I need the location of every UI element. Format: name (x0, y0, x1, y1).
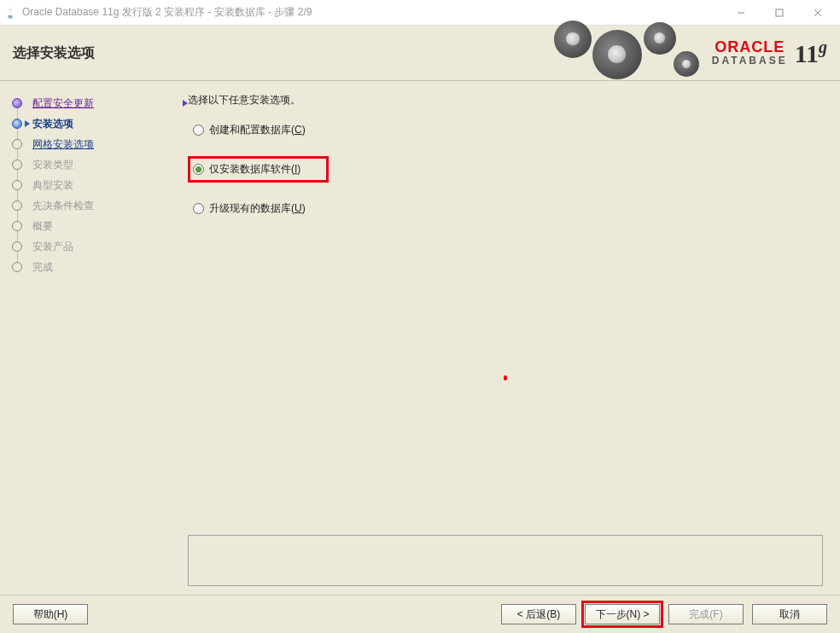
content-panel: 选择以下任意安装选项。 创建和配置数据库(C) 仅安装数据库软件(I) 升级现有… (179, 81, 840, 595)
step-finish: 完成 (12, 257, 179, 277)
main-area: 配置安全更新 安装选项 网格安装选项 安装类型 典型安装 先决条件检查 (0, 81, 840, 595)
oracle-logo: ORACLE DATABASE 11g (712, 38, 827, 68)
option-create-db[interactable]: 创建和配置数据库(C) (188, 121, 823, 139)
step-bullet-icon (12, 98, 22, 108)
step-bullet-icon (12, 139, 22, 149)
radio-label: 仅安装数据库软件(I) (209, 162, 300, 177)
minimize-button[interactable] (721, 0, 760, 26)
titlebar: Oracle Database 11g 发行版 2 安装程序 - 安装数据库 -… (0, 0, 840, 26)
cancel-button[interactable]: 取消 (752, 604, 827, 624)
step-bullet-icon (12, 160, 22, 170)
radio-icon (193, 203, 204, 214)
step-bullet-icon (12, 241, 22, 252)
step-install-product: 安装产品 (12, 236, 179, 257)
help-button[interactable]: 帮助(H) (13, 604, 88, 624)
step-summary: 概要 (12, 216, 179, 236)
back-button[interactable]: < 后退(B) (501, 604, 576, 624)
maximize-button[interactable] (760, 0, 798, 26)
sidebar: 配置安全更新 安装选项 网格安装选项 安装类型 典型安装 先决条件检查 (0, 81, 179, 595)
step-bullet-icon (12, 221, 22, 231)
java-icon (3, 6, 17, 20)
footer: 帮助(H) < 后退(B) 下一步(N) > 完成(F) 取消 (0, 595, 840, 633)
logo-area: ORACLE DATABASE 11g (545, 26, 840, 80)
oracle-wordmark: ORACLE (712, 39, 788, 55)
header: 选择安装选项 ORACLE DATABASE 11g (0, 26, 840, 81)
step-bullet-icon (12, 180, 22, 190)
next-button[interactable]: 下一步(N) > (585, 604, 660, 624)
radio-icon (193, 164, 204, 175)
page-title: 选择安装选项 (13, 44, 95, 62)
option-upgrade-db[interactable]: 升级现有的数据库(U) (188, 200, 823, 218)
message-box (188, 535, 823, 586)
database-wordmark: DATABASE (712, 55, 788, 67)
step-install-type: 安装类型 (12, 154, 179, 175)
cursor-dot (504, 375, 507, 380)
step-config-updates[interactable]: 配置安全更新 (12, 93, 179, 113)
step-grid-options[interactable]: 网格安装选项 (12, 134, 179, 154)
window-title: Oracle Database 11g 发行版 2 安装程序 - 安装数据库 -… (22, 5, 721, 20)
radio-label: 创建和配置数据库(C) (209, 123, 306, 137)
step-bullet-icon (12, 119, 22, 129)
svg-rect-1 (776, 9, 783, 16)
finish-button: 完成(F) (668, 604, 744, 624)
radio-label: 升级现有的数据库(U) (209, 201, 306, 216)
step-list: 配置安全更新 安装选项 网格安装选项 安装类型 典型安装 先决条件检查 (12, 93, 179, 277)
step-typical-install: 典型安装 (12, 175, 179, 195)
prompt-text: 选择以下任意安装选项。 (188, 93, 823, 107)
step-bullet-icon (12, 262, 22, 272)
option-install-software-only[interactable]: 仅安装数据库软件(I) (188, 156, 329, 183)
close-button[interactable] (798, 0, 837, 26)
radio-icon (193, 125, 204, 136)
gears-graphic (545, 26, 699, 81)
step-bullet-icon (12, 200, 22, 211)
step-install-options[interactable]: 安装选项 (12, 113, 179, 134)
version-mark: 11g (795, 38, 827, 68)
window-controls (721, 0, 837, 26)
step-prereq-checks: 先决条件检查 (12, 195, 179, 216)
